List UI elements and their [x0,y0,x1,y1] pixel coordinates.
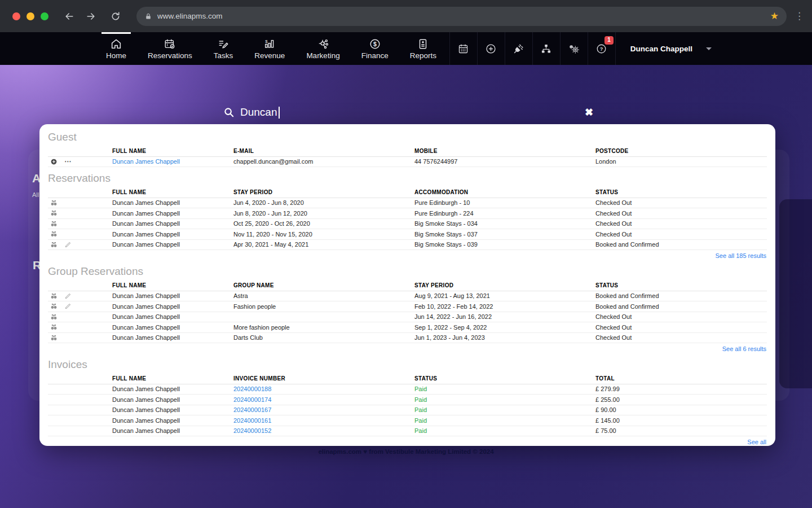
background-right-panel [779,199,812,388]
back-button[interactable] [63,10,76,23]
cell-total: £ 75.00 [595,427,767,434]
see-all-link[interactable]: See all 6 results [722,345,766,352]
search-icon [223,107,235,118]
nav-item-marketing[interactable]: Marketing [304,32,342,65]
add-icon[interactable] [50,158,58,165]
add-circle-button[interactable] [477,32,505,65]
user-name: Duncan Chappell [630,45,692,53]
view-binoculars-icon[interactable] [50,209,58,217]
cell-stay-period: Aug 9, 2021 - Aug 13, 2021 [414,292,595,299]
settings-gears-button[interactable] [560,32,588,65]
section-title: Group Reservations [48,265,767,278]
nav-item-tasks[interactable]: Tasks [211,32,236,65]
table-row: Duncan James ChappellMore fashion people… [48,322,767,333]
edit-pencil-icon[interactable] [64,303,72,310]
cell-status: Booked and Confirmed [595,292,767,299]
cell-status: Checked Out [595,324,767,331]
address-bar[interactable]: www.elinapms.com ★ [136,7,787,26]
cell-group-name: More fashion people [233,324,414,331]
cell-invoice-number[interactable]: 20240000174 [233,396,414,403]
cell-status: Paid [414,417,595,424]
add-circle-icon [485,43,497,55]
nav-item-label: Marketing [306,51,339,60]
cell-invoice-number[interactable]: 20240000152 [233,427,414,434]
table-row: Duncan James Chappell20240000167Paid£ 90… [48,405,767,416]
nav-item-label: Finance [361,51,389,60]
user-menu[interactable]: Duncan Chappell [615,32,715,65]
table-header-row: FULL NAMEINVOICE NUMBERSTATUSTOTAL [48,374,767,384]
background-fragment-all: All [32,191,39,198]
nav-item-reports[interactable]: Reports [408,32,439,65]
nav-item-home[interactable]: Home [104,32,129,65]
cell-full-name: Duncan James Chappell [112,241,233,248]
calendar-icon [457,43,469,55]
close-search-icon[interactable]: ✖ [585,107,593,117]
cell-stay-period: Apr 30, 2021 - May 4, 2021 [233,241,414,248]
main-nav: HomeReservationsTasks$RevenueMarketing$F… [0,32,439,65]
column-header: ACCOMMODATION [414,189,595,195]
share-network-icon [317,38,329,50]
calendar-button[interactable] [449,32,477,65]
edit-pencil-icon[interactable] [64,241,72,248]
cell-full-name: Duncan James Chappell [112,427,233,434]
cell-invoice-number[interactable]: 20240000167 [233,406,414,413]
table-row: Duncan James ChappellJun 8, 2020 - Jun 1… [48,208,767,219]
svg-text:?: ? [600,46,603,51]
cell-status: Checked Out [595,231,767,238]
column-header: MOBILE [414,148,595,154]
see-all-link[interactable]: See all [747,439,766,445]
plug-icon [513,43,524,55]
table-header-row: FULL NAMEGROUP NAMESTAY PERIODSTATUS [48,281,767,291]
plug-button[interactable] [505,32,532,65]
column-header: E-MAIL [233,148,414,154]
text-cursor [279,107,280,119]
bookmark-star-icon[interactable]: ★ [770,11,779,21]
cell-accommodation: Big Smoke Stays - 037 [414,231,595,238]
view-binoculars-icon[interactable] [50,292,58,300]
cell-full-name[interactable]: Duncan James Chappell [112,158,233,165]
view-binoculars-icon[interactable] [50,230,58,238]
column-header: STAY PERIOD [233,189,414,195]
column-header: FULL NAME [112,375,233,382]
column-header: FULL NAME [112,282,233,288]
see-all-link[interactable]: See all 185 results [716,252,767,259]
table-row: Duncan James ChappellNov 11, 2020 - Nov … [48,229,767,240]
search-input[interactable]: Duncan [240,106,277,119]
view-binoculars-icon[interactable] [50,241,58,248]
browser-menu-icon[interactable]: ⋮ [795,10,804,22]
see-all-row: See all 6 results [48,343,767,353]
close-window-button[interactable] [12,12,20,20]
edit-pencil-icon[interactable] [64,292,72,300]
table-row: Duncan James ChappellJun 14, 2022 - Jun … [48,312,767,323]
table-row: Duncan James ChappellDarts ClubJun 1, 20… [48,333,767,344]
cell-status: Paid [414,396,595,403]
forward-button[interactable] [85,10,97,23]
column-header: STATUS [414,375,595,382]
view-binoculars-icon[interactable] [50,313,58,321]
table-row: Duncan James Chappell20240000174Paid£ 25… [48,395,767,405]
sitemap-button[interactable] [532,32,560,65]
nav-item-revenue[interactable]: $Revenue [252,32,287,65]
view-binoculars-icon[interactable] [50,199,58,207]
cell-group-name: Astra [233,292,414,299]
nav-item-reservations[interactable]: Reservations [145,32,195,65]
view-binoculars-icon[interactable] [50,220,58,227]
view-binoculars-icon[interactable] [50,303,58,310]
cell-invoice-number[interactable]: 20240000161 [233,417,414,424]
view-binoculars-icon[interactable] [50,334,58,341]
view-binoculars-icon[interactable] [50,323,58,331]
section-reservations: ReservationsFULL NAMESTAY PERIODACCOMMOD… [48,172,767,260]
reload-button[interactable] [109,10,122,23]
section-title: Guest [48,131,767,143]
help-circle-button[interactable]: ?1 [588,32,615,65]
cell-invoice-number[interactable]: 20240000188 [233,386,414,392]
more-actions-icon[interactable]: ⋯ [64,160,72,164]
minimize-window-button[interactable] [27,12,34,20]
cell-total: £ 145.00 [595,417,767,424]
nav-item-label: Home [106,51,126,60]
nav-item-finance[interactable]: $Finance [359,32,391,65]
maximize-window-button[interactable] [41,12,48,20]
url-text: www.elinapms.com [157,12,223,20]
global-search[interactable]: Duncan ✖ [223,106,593,119]
column-header: STAY PERIOD [414,282,595,288]
